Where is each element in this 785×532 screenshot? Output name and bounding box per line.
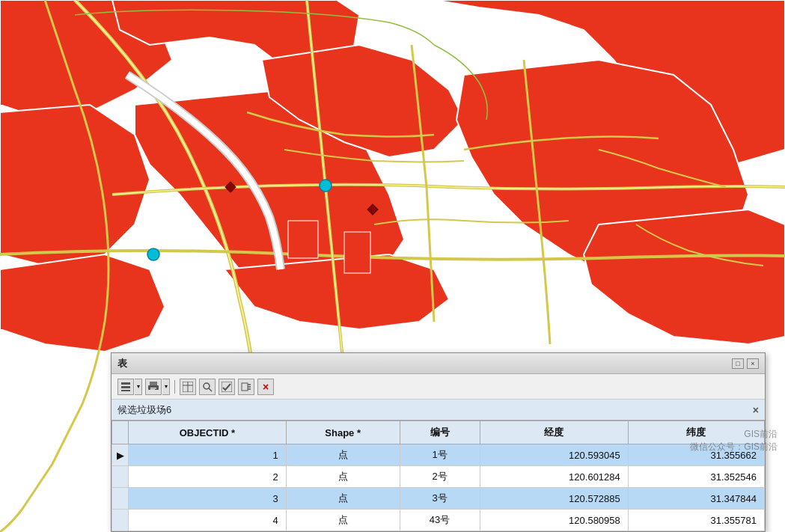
table-row[interactable]: ▶1点1号120.59304531.355662 — [112, 444, 765, 466]
cell-jingdu: 120.572885 — [480, 488, 628, 510]
toolbar-separator-1 — [174, 380, 175, 394]
cell-objectid: 4 — [129, 510, 287, 531]
watermark-line1: GIS前沿 — [690, 428, 778, 441]
layer-close-btn[interactable]: × — [753, 404, 759, 416]
select-options-arrow-btn[interactable]: ▾ — [135, 379, 142, 395]
row-indicator: ▶ — [112, 444, 129, 466]
table-row[interactable]: 2点2号120.60128431.352546 — [112, 466, 765, 488]
row-indicator — [112, 510, 129, 531]
zoom-selected-btn[interactable] — [238, 379, 254, 395]
print-options-btn[interactable] — [145, 379, 162, 395]
table-row[interactable]: 3点3号120.57288531.347844 — [112, 488, 765, 510]
minimize-button[interactable]: □ — [732, 358, 744, 369]
cell-shape: 点 — [286, 510, 400, 531]
cell-objectid: 2 — [129, 466, 287, 488]
svg-point-12 — [147, 248, 159, 260]
cell-jingdu: 120.580958 — [480, 510, 628, 531]
svg-rect-16 — [344, 232, 370, 273]
cell-bianhao: 3号 — [400, 488, 480, 510]
svg-line-28 — [209, 388, 212, 391]
delete-btn[interactable]: × — [257, 379, 274, 395]
cell-weidu: 31.355781 — [628, 510, 764, 531]
cell-shape: 点 — [286, 488, 400, 510]
select-options-btn[interactable] — [117, 379, 134, 395]
cell-jingdu: 120.601284 — [480, 466, 628, 488]
svg-rect-30 — [242, 383, 248, 391]
close-button[interactable]: × — [747, 358, 759, 369]
col-shape[interactable]: Shape * — [286, 421, 400, 444]
watermark-line2: 微信公众号：GIS前沿 — [690, 441, 778, 453]
cell-jingdu: 120.593045 — [480, 444, 628, 466]
col-indicator — [112, 421, 129, 444]
cell-weidu: 31.347844 — [628, 488, 764, 510]
toolbar: ▾ ▾ — [112, 374, 765, 400]
table-row[interactable]: 4点43号120.58095831.355781 — [112, 510, 765, 531]
cell-shape: 点 — [286, 466, 400, 488]
cell-objectid: 3 — [129, 488, 287, 510]
table-wrapper: OBJECTID * Shape * 编号 经度 纬度 ▶1点1号120.593… — [112, 421, 765, 531]
cell-objectid: 1 — [129, 444, 287, 466]
svg-point-27 — [204, 383, 210, 389]
row-indicator — [112, 488, 129, 510]
svg-rect-18 — [121, 386, 130, 388]
watermark: GIS前沿 微信公众号：GIS前沿 — [690, 428, 778, 453]
col-jingdu[interactable]: 经度 — [480, 421, 628, 444]
svg-rect-19 — [121, 390, 130, 391]
table-title-bar: 表 □ × — [112, 353, 765, 374]
attribute-table: OBJECTID * Shape * 编号 经度 纬度 ▶1点1号120.593… — [112, 421, 765, 531]
select-by-attr-btn[interactable] — [219, 379, 235, 395]
window-title: 表 — [117, 357, 127, 370]
svg-marker-10 — [0, 254, 165, 352]
svg-rect-15 — [288, 221, 318, 258]
col-bianhao[interactable]: 编号 — [400, 421, 480, 444]
col-objectid[interactable]: OBJECTID * — [129, 421, 287, 444]
find-replace-btn[interactable] — [199, 379, 216, 395]
title-bar-buttons: □ × — [732, 358, 759, 369]
row-indicator — [112, 466, 129, 488]
svg-rect-17 — [121, 382, 130, 385]
table-body: ▶1点1号120.59304531.3556622点2号120.60128431… — [112, 444, 765, 531]
cell-bianhao: 2号 — [400, 466, 480, 488]
table-options-btn[interactable] — [180, 379, 196, 395]
print-options-group: ▾ — [145, 379, 170, 395]
layer-name-bar: 候选垃圾场6 × — [112, 400, 765, 421]
print-options-arrow-btn[interactable]: ▾ — [162, 379, 170, 395]
cell-bianhao: 43号 — [400, 510, 480, 531]
svg-rect-29 — [222, 382, 232, 392]
table-panel: 表 □ × ▾ ▾ — [111, 352, 766, 532]
svg-point-11 — [320, 180, 332, 192]
table-header-row: OBJECTID * Shape * 编号 经度 纬度 — [112, 421, 765, 444]
select-options-group: ▾ — [117, 379, 142, 395]
layer-name-label: 候选垃圾场6 — [117, 403, 171, 417]
cell-shape: 点 — [286, 444, 400, 466]
cell-weidu: 31.352546 — [628, 466, 764, 488]
cell-bianhao: 1号 — [400, 444, 480, 466]
svg-rect-23 — [150, 389, 155, 391]
svg-rect-22 — [150, 388, 156, 389]
